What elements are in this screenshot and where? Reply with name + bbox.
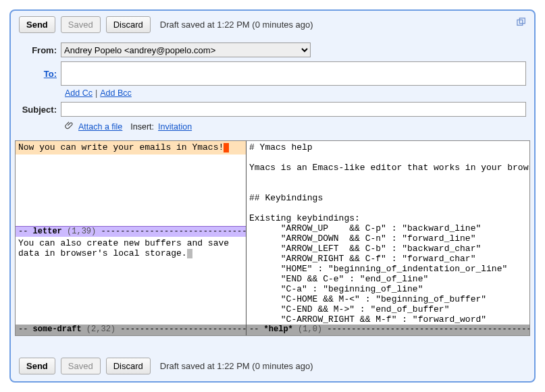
inactive-cursor [187, 249, 192, 258]
to-label[interactable]: To: [19, 69, 61, 79]
buffer-some-draft[interactable]: You can also create new buffers and save… [16, 237, 246, 325]
text-cursor [224, 143, 229, 152]
invitation-link[interactable]: Invitation [158, 122, 192, 132]
saved-button: Saved [61, 16, 101, 33]
saved-button-bottom: Saved [61, 358, 101, 374]
modeline-some-draft: -- some-draft (2,32) [16, 325, 246, 335]
send-button-bottom[interactable]: Send [19, 358, 55, 374]
draft-status-bottom: Draft saved at 1:22 PM (0 minutes ago) [160, 361, 313, 371]
subject-field[interactable] [61, 102, 526, 117]
right-column: # Ymacs help Ymacs is an Emacs-like edit… [246, 141, 529, 335]
insert-label: Insert: [130, 122, 154, 132]
draft-status: Draft saved at 1:22 PM (0 minutes ago) [160, 20, 313, 30]
modeline-letter: -- letter (1,39) [16, 226, 246, 237]
popout-icon[interactable] [517, 18, 526, 27]
send-button[interactable]: Send [19, 16, 55, 33]
add-bcc-link[interactable]: Add Bcc [100, 88, 132, 98]
cc-bcc-separator: | [95, 88, 97, 98]
top-toolbar: Send Saved Discard Draft saved at 1:22 P… [11, 11, 534, 38]
to-field[interactable] [61, 61, 526, 86]
compose-window: Send Saved Discard Draft saved at 1:22 P… [9, 9, 536, 383]
discard-button-bottom[interactable]: Discard [106, 358, 151, 374]
paperclip-icon [65, 121, 74, 132]
modeline-help: -- *help* (1,0) [246, 325, 529, 335]
subject-label: Subject: [19, 105, 61, 115]
header-form: From: Andrey Popelo <andrey@popelo.com> … [11, 43, 534, 140]
from-select[interactable]: Andrey Popelo <andrey@popelo.com> [61, 43, 311, 57]
ymacs-editor[interactable]: Now you can write your emails in Ymacs! … [15, 140, 530, 336]
left-column: Now you can write your emails in Ymacs! … [16, 141, 246, 335]
discard-button[interactable]: Discard [106, 16, 151, 33]
from-label: From: [19, 45, 61, 55]
bottom-toolbar: Send Saved Discard Draft saved at 1:22 P… [11, 352, 534, 380]
attach-file-link[interactable]: Attach a file [78, 122, 122, 132]
buffer-letter[interactable]: Now you can write your emails in Ymacs! [16, 141, 246, 155]
buffer-help[interactable]: # Ymacs help Ymacs is an Emacs-like edit… [246, 141, 529, 325]
add-cc-link[interactable]: Add Cc [65, 88, 93, 98]
